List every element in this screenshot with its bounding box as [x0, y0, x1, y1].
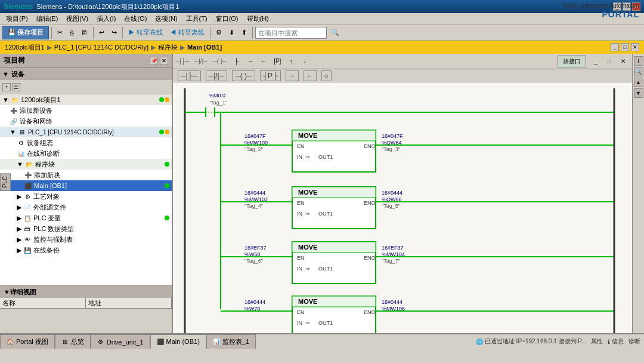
tree-item-plc[interactable]: ▼ 🖥 PLC_1 [CPU 1214C DC/DC/Rly] [0, 127, 172, 137]
editor-float-btn[interactable]: □ [603, 55, 616, 68]
move1-in-addr: 16#047F [244, 133, 266, 139]
breadcrumb-close[interactable]: ✕ [631, 43, 639, 51]
breadcrumb-restore[interactable]: □ [621, 43, 629, 51]
move2-out-mw: %QW66 [382, 196, 402, 202]
toolbar-separator-1 [51, 27, 52, 39]
menu-bar: 项目(P) 编辑(E) 视图(V) 插入(I) 在线(O) 选项(N) 工具(T… [0, 13, 644, 25]
tree-expand-ext: ▶ [17, 204, 21, 211]
instr-pos-edge[interactable]: ┤P├ [260, 70, 281, 81]
rp-instructions-btn[interactable]: I [634, 56, 643, 66]
project-tree-close[interactable]: ✕ [160, 57, 168, 65]
tree-item-ext-sources[interactable]: ▶ 📄 外部源文件 [0, 202, 172, 213]
instr-no-contact[interactable]: ─|├─ [178, 70, 201, 81]
title-bar-left: Siemens Siemens - D:\toutiao\1200plc项目1\… [4, 2, 179, 11]
tree-item-online-diag[interactable]: 📊 在线和诊断 [0, 148, 172, 159]
et-btn-2[interactable]: → [243, 55, 256, 68]
instr-wire-left[interactable]: ← [304, 70, 317, 81]
breadcrumb-root[interactable]: 1200plc项目1 [5, 43, 45, 52]
tree-item-tech-objects[interactable]: ▶ ⚙ 工艺对象 [0, 191, 172, 202]
bottom-tab-monitor[interactable]: 📊 监控表_1 [206, 334, 256, 349]
menu-help[interactable]: 帮助(H) [243, 13, 273, 24]
diag-status[interactable]: 诊断 [628, 337, 640, 346]
redo-button[interactable]: ↪ [109, 26, 120, 39]
download-button[interactable]: ⬇ [226, 26, 237, 39]
tree-item-add-device[interactable]: ➕ 添加新设备 [0, 105, 172, 116]
info-label: 信息 [612, 337, 624, 346]
et-btn-1[interactable]: ├ [230, 55, 243, 68]
compile-button[interactable]: ⚙ [213, 26, 225, 39]
tag1-label: "Tag_1" [209, 100, 227, 106]
menu-tools[interactable]: 工具(T) [182, 13, 211, 24]
instr-branch-open[interactable]: ○ [321, 70, 332, 81]
move3-in-tag: "Tag_6" [244, 258, 263, 264]
instr-nc-contact[interactable]: ─|/|─ [206, 70, 228, 81]
bottom-tab-overview[interactable]: ⊞ 总览 [55, 334, 91, 349]
et-btn-6[interactable]: ↓ [298, 55, 311, 68]
bottom-tab-main[interactable]: ⬛ Main (OB1) [150, 334, 206, 349]
go-offline-button[interactable]: ◀ 转至离线 [167, 26, 208, 39]
editor-minimize-btn[interactable]: _ [589, 55, 602, 68]
instr-wire-right[interactable]: → [286, 70, 299, 81]
upload-button[interactable]: ⬆ [239, 26, 250, 39]
project-tree-dock[interactable]: 📌 [150, 57, 158, 65]
tree-item-datatypes[interactable]: ▶ 🗃 PLC 数据类型 [0, 223, 172, 234]
tree-item-root[interactable]: ▼ 📁 1200plc项目1 [0, 94, 172, 105]
et-btn-3[interactable]: ← [257, 55, 270, 68]
et-btn-4[interactable]: [P] [271, 55, 284, 68]
tree-item-plc-vars[interactable]: ▶ 📋 PLC 变量 [0, 213, 172, 223]
move3-out1-label: OUT1 [318, 266, 333, 272]
tree-item-online-backup[interactable]: ▶ 💾 在线备份 [0, 245, 172, 256]
devices-section-header[interactable]: ▼ 设备 [0, 68, 172, 80]
breadcrumb-minimize[interactable]: _ [611, 43, 619, 51]
breadcrumb-programs[interactable]: 程序块 [158, 43, 178, 52]
undo-button[interactable]: ↩ [96, 26, 107, 39]
instr-coil[interactable]: ─( )─ [232, 70, 255, 81]
copy-button[interactable]: ⎘ [67, 26, 77, 39]
breadcrumb-plc[interactable]: PLC_1 [CPU 1214C DC/DC/Rly] [54, 44, 148, 51]
rp-down-btn[interactable]: ▼ [634, 88, 643, 98]
plc-side-tab[interactable]: PLC [0, 173, 11, 190]
move1-header: MOVE [298, 132, 317, 139]
tree-device-config-label: 设备组态 [27, 139, 53, 147]
tree-item-network[interactable]: 🔗 设备和网络 [0, 116, 172, 127]
sidebar-filter-btn[interactable]: ☰ [12, 83, 20, 91]
cut-button[interactable]: ✂ [54, 26, 66, 39]
menu-edit[interactable]: 编辑(E) [33, 13, 62, 24]
menu-window[interactable]: 窗口(O) [212, 13, 242, 24]
bottom-tab-portal[interactable]: 🏠 Portal 视图 [0, 334, 55, 349]
properties-status[interactable]: 属性 [591, 337, 603, 346]
go-online-button[interactable]: ▶ 转至在线 [125, 26, 166, 39]
tree-item-watch-force[interactable]: ▶ 👁 监控与强制表 [0, 234, 172, 245]
paste-button[interactable]: 🖹 [78, 26, 91, 39]
ladder-area[interactable]: %M0.0 "Tag_1" [173, 82, 632, 333]
tree-online-backup-label: 在线备份 [33, 246, 60, 255]
move1-in-tag: "Tag_2" [244, 146, 263, 152]
bottom-tab-drive[interactable]: ⚙ Drive_unit_1 [91, 334, 150, 349]
info-status[interactable]: ℹ 信息 [608, 337, 624, 346]
save-project-button[interactable]: 💾 保存项目 [2, 26, 49, 39]
menu-options[interactable]: 选项(N) [151, 13, 181, 24]
rp-up-btn[interactable]: ▲ [634, 78, 643, 87]
devices-label: 设备 [11, 70, 24, 79]
menu-project[interactable]: 项目(P) [2, 13, 32, 24]
et-btn-5[interactable]: ↑ [284, 55, 298, 68]
editor-close-btn[interactable]: ✕ [617, 55, 630, 68]
move4-in-mw: %W70 [244, 306, 261, 312]
tree-expand-tech: ▶ [17, 193, 21, 201]
menu-view[interactable]: 视图(V) [63, 13, 92, 24]
menu-online[interactable]: 在线(O) [120, 13, 150, 24]
tree-item-program-blocks[interactable]: ▼ 📂 程序块 [0, 159, 172, 170]
tree-item-add-block[interactable]: ➕ 添加新块 [0, 170, 172, 180]
search-button[interactable]: 🔍 [328, 26, 342, 39]
tree-item-device-config[interactable]: ⚙ 设备组态 [0, 137, 172, 148]
drive-tab-label: Drive_unit_1 [107, 339, 144, 346]
menu-insert[interactable]: 插入(I) [93, 13, 119, 24]
search-input[interactable] [255, 27, 327, 39]
breadcrumb-main[interactable]: Main [OB1] [187, 44, 222, 51]
tree-watch-force-label: 监控与强制表 [33, 235, 73, 244]
tree-area[interactable]: ▼ 📁 1200plc项目1 ➕ 添加新设备 🔗 设备和网络 ▼ 🖥 PLC_1 [0, 94, 172, 285]
rp-search-btn[interactable]: 🔍 [634, 67, 643, 76]
detail-view-header[interactable]: ▼ 详细视图 [0, 286, 172, 298]
tree-item-main-ob1[interactable]: ⬛ Main [OB1] [0, 180, 172, 191]
sidebar-add-btn[interactable]: + [2, 83, 11, 91]
